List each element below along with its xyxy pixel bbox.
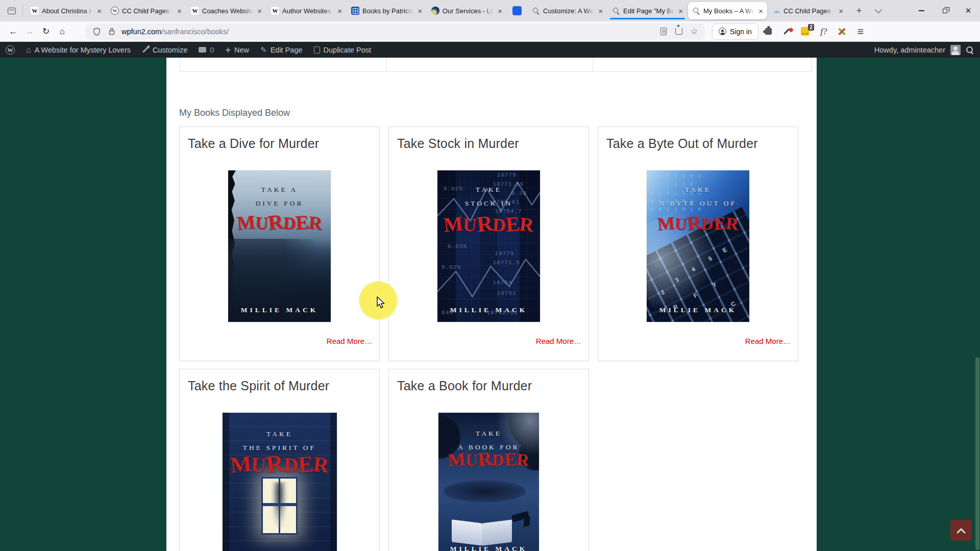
tab-title: CC Child Pages Sho — [783, 7, 835, 15]
search-favicon — [532, 7, 540, 15]
x-extension-icon[interactable] — [834, 23, 850, 40]
book-title: Take Stock in Murder — [397, 136, 580, 151]
customize-menu[interactable]: Customize — [136, 42, 193, 58]
browser-tab[interactable]: Our Services - Liz K× — [427, 2, 506, 19]
reader-mode-icon[interactable] — [658, 26, 669, 37]
cover-title-line2: DIVE FOR — [228, 196, 331, 210]
tab-close-icon[interactable]: × — [497, 7, 503, 15]
tab-title: Edit Page "My Book — [623, 7, 674, 15]
cover-title-line1: TAKE — [438, 427, 539, 440]
firefox-view-icon[interactable] — [4, 3, 19, 18]
ticker-number: 0.03% — [448, 243, 467, 249]
scrollbar-thumb[interactable] — [975, 357, 979, 550]
bookmark-star-icon[interactable]: ☆ — [689, 26, 700, 37]
browser-tab[interactable]: WAuthor Websites - W× — [267, 2, 346, 19]
navigation-toolbar: ← → ↻ ⌂ wpfun2.com/sanfrancisco/books/ ☆… — [0, 21, 980, 42]
tab-close-icon[interactable]: × — [176, 7, 183, 15]
menu-hamburger-icon[interactable]: ≡ — [852, 23, 869, 40]
read-more-link[interactable]: Read More… — [536, 337, 581, 345]
minimize-button[interactable] — [910, 0, 933, 21]
tab-close-icon[interactable]: × — [256, 7, 263, 15]
scroll-to-top-button[interactable] — [950, 520, 971, 541]
edit-page-menu[interactable]: ✎ Edit Page — [255, 42, 308, 58]
edit-page-label: Edit Page — [271, 46, 303, 54]
book-cover-stock: 1877518771.568.3918760.6118754.70.02%0.0… — [437, 170, 540, 322]
reload-button[interactable]: ↻ — [38, 24, 54, 39]
notes-extension-icon[interactable]: 2 — [797, 23, 814, 40]
browser-tab[interactable]: WCC Child Pages – W× — [107, 2, 186, 19]
browser-tab[interactable]: WAbout Christina Hill× — [27, 2, 106, 19]
book-cover-book: TAKEA BOOK FORMURDERMILLIE MACK — [438, 413, 539, 551]
read-more-link[interactable]: Read More… — [327, 337, 372, 345]
sign-in-button[interactable]: Sign in — [712, 23, 758, 40]
ticker-number: 18775 — [497, 172, 517, 178]
book-cover-byte: 1 1 0 0 1 0 10 1 1 1 0 01 0 0 1 1 0 11 1… — [647, 170, 749, 322]
sign-in-label: Sign in — [730, 28, 752, 36]
cover-title-lines: TAKE ADIVE FOR — [228, 183, 331, 210]
read-more-link[interactable]: Read More… — [745, 337, 791, 345]
extensions-puzzle-icon[interactable] — [761, 23, 777, 40]
browser-tab[interactable]: Edit Page "My Book× — [608, 2, 687, 19]
tab-close-icon[interactable]: × — [597, 7, 604, 15]
cover-glowing-window — [261, 477, 298, 535]
close-button[interactable]: ✕ — [957, 0, 980, 21]
new-tab-button[interactable]: + — [851, 3, 867, 19]
cover-title-lines: TAKESTOCK IN — [437, 183, 540, 210]
shield-icon[interactable] — [91, 26, 102, 37]
home-button[interactable]: ⌂ — [54, 24, 70, 39]
ticker-number: 18771.5 — [493, 260, 520, 266]
browser-tab[interactable]: WCoaches Websites -× — [187, 2, 266, 19]
tab-close-icon[interactable]: × — [96, 7, 103, 15]
browser-tab[interactable]: ☁CC Child Pages Sho× — [768, 2, 847, 19]
url-text[interactable]: wpfun2.com/sanfrancisco/books/ — [121, 28, 654, 36]
howdy-label[interactable]: Howdy, adminteacher — [874, 46, 945, 54]
tab-title: Author Websites - W — [282, 7, 333, 15]
browser-tab[interactable]: Books by Patricia H× — [347, 2, 426, 19]
brush-icon — [142, 49, 149, 51]
tab-loading-bar — [610, 18, 685, 19]
book-title: Take a Book for Murder — [397, 379, 580, 393]
new-content-menu[interactable]: + New — [220, 42, 255, 58]
wp-favicon: W — [111, 7, 119, 15]
tab-title: Coaches Websites - — [202, 7, 253, 15]
font-finder-extension-icon[interactable]: f? — [816, 23, 832, 40]
wp-logo-menu[interactable]: W — [0, 42, 20, 58]
globe-favicon — [431, 7, 439, 15]
book-card: Take a Byte Out of Murder1 1 0 0 1 0 10 … — [598, 127, 798, 361]
browser-tab[interactable] — [507, 2, 527, 19]
duplicate-post-label: Duplicate Post — [324, 46, 372, 54]
browser-tab[interactable]: Customize: A Webs× — [528, 2, 607, 19]
eyedropper-extension-icon[interactable] — [779, 23, 795, 40]
cover-title-line1: TAKE A — [228, 183, 331, 196]
browser-tab[interactable]: My Books – A Webs× — [688, 2, 767, 19]
tab-close-icon[interactable]: × — [677, 7, 684, 15]
cover-title-lines: TAKEA BYTE OUT OF — [647, 183, 749, 210]
comments-menu[interactable]: 0 — [193, 42, 219, 58]
back-button[interactable]: ← — [5, 24, 21, 39]
lock-icon[interactable] — [106, 26, 117, 37]
book-card: Take the Spirit of MurderTAKETHE SPIRIT … — [179, 369, 380, 551]
book-card: Take Stock in Murder1877518771.568.39187… — [388, 127, 589, 361]
blue-favicon — [512, 6, 522, 15]
restore-button[interactable] — [933, 0, 957, 21]
forward-button[interactable]: → — [21, 24, 38, 39]
tab-title: My Books – A Webs — [703, 7, 754, 15]
tab-list-chevron-icon[interactable] — [870, 3, 887, 19]
intro-text: My Books Displayed Below — [179, 108, 817, 118]
search-icon[interactable] — [966, 46, 974, 54]
duplicate-post-menu[interactable]: Duplicate Post — [308, 42, 377, 58]
site-name-menu[interactable]: ⌂ A Website for Mystery Lovers — [20, 42, 136, 58]
tab-close-icon[interactable]: × — [757, 7, 764, 15]
avatar[interactable] — [950, 45, 961, 55]
book-title: Take a Dive for Murder — [188, 136, 371, 151]
address-bar[interactable]: wpfun2.com/sanfrancisco/books/ ☆ — [86, 23, 705, 40]
tab-close-icon[interactable]: × — [416, 7, 423, 15]
tab-close-icon[interactable]: × — [336, 7, 343, 15]
browser-window: WAbout Christina Hill×WCC Child Pages – … — [0, 0, 980, 551]
site-name-label: A Website for Mystery Lovers — [35, 46, 131, 54]
tab-close-icon[interactable]: × — [838, 7, 844, 15]
content-column: My Books Displayed Below Take a Dive for… — [166, 58, 817, 551]
window-controls: ✕ — [910, 0, 980, 21]
tab-bar: WAbout Christina Hill×WCC Child Pages – … — [0, 0, 980, 21]
save-to-pocket-icon[interactable] — [673, 26, 684, 37]
